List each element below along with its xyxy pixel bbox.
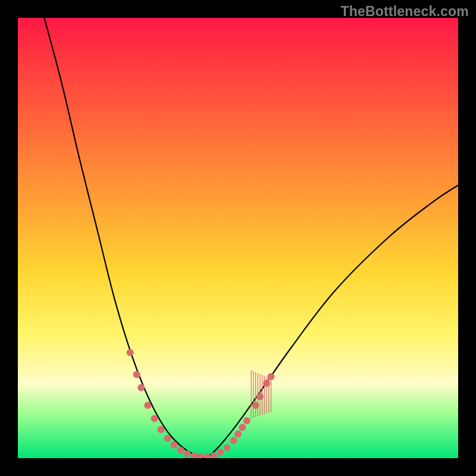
data-dot: [177, 447, 184, 454]
data-dot: [234, 430, 242, 437]
data-dot: [158, 426, 165, 433]
data-dot: [184, 450, 190, 457]
data-dot: [204, 453, 211, 458]
data-dot: [211, 452, 217, 458]
data-dot: [164, 435, 171, 442]
data-dot: [243, 417, 250, 424]
left-curve: [44, 18, 207, 458]
data-dot: [239, 424, 246, 431]
data-dot: [144, 402, 151, 409]
data-dot: [224, 444, 230, 451]
data-dot: [127, 349, 134, 356]
data-dot: [217, 449, 224, 455]
data-dot: [171, 441, 178, 449]
watermark-text: TheBottleneck.com: [340, 4, 469, 20]
data-dot: [151, 415, 158, 422]
data-dot: [133, 371, 140, 378]
data-dot: [230, 437, 237, 444]
data-dot: [198, 453, 204, 458]
bottleneck-curve-chart: [18, 18, 458, 458]
data-dot: [137, 384, 145, 392]
right-curve: [207, 185, 458, 458]
